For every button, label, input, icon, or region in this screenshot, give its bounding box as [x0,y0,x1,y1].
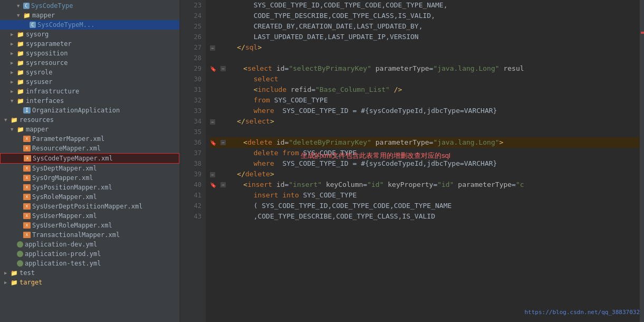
code-text: ,CODE_TYPE_DESCRIBE,CODE_TYPE_CLASS,IS_V… [220,211,435,222]
code-text: CODE_TYPE_DESCRIBE,CODE_TYPE_CLASS,IS_VA… [220,11,435,21]
arrow-icon [11,41,17,46]
sidebar-item-interfaces[interactable]: 📁 interfaces [0,96,179,106]
line-num-38: 38 [179,158,201,169]
sidebar-item-organizationapp[interactable]: I OrganizationApplication [0,106,179,115]
line-num-31: 31 [179,84,201,95]
bookmark-icon-36: 🔖 [210,138,217,145]
sidebar-item-sysdeptmapper[interactable]: x SysDeptMapper.xml [0,164,179,173]
xml-icon: x [23,184,31,191]
code-text: </delete> [220,169,274,179]
bookmark-icon-40: 🔖 [210,180,217,187]
sidebar-item-label: mapper [26,126,49,133]
sidebar-item-sysposition[interactable]: 📁 sysposition [0,49,179,58]
sidebar-item-label: sysrole [26,69,53,76]
sidebar-item-apptest[interactable]: application-test.yml [0,259,179,268]
sidebar-item-transactionalmapper[interactable]: x TransactionalMapper.xml [0,230,179,240]
sidebar-item-sysrole[interactable]: 📁 sysrole [0,68,179,77]
arrow-icon [4,280,11,285]
sidebar-item-sysuserdeptpositionmapper[interactable]: x SysUserDeptPositionMapper.xml [0,202,179,211]
line-num-25: 25 [179,21,201,32]
folder-icon: 📁 [17,69,24,75]
folder-icon: 📁 [17,88,24,94]
fold-button[interactable]: − [210,45,215,51]
sidebar-item-label: interfaces [26,97,64,105]
sidebar-item-sysparameter[interactable]: 📁 sysparameter [0,39,179,49]
sidebar-item-infrastructure[interactable]: 📁 infrastructure [0,87,179,96]
sidebar-item-sysuser[interactable]: 📁 sysuser [0,77,179,87]
folder-icon: 📁 [17,79,24,85]
code-line-38: where SYS_CODE_TYPE_ID = #{sysCodeTypeId… [210,158,640,169]
sidebar-item-sysusermapper[interactable]: x SysUserMapper.xml [0,211,179,221]
arrow-icon [4,117,11,122]
xml-icon: x [23,175,31,181]
sidebar-item-label: sysuser [26,78,53,86]
sidebar-item-target[interactable]: 📁 target [0,278,179,287]
fold-button-36[interactable]: − [220,140,226,145]
code-line-30: select [210,74,640,84]
fold-button-29[interactable]: − [220,66,226,71]
sidebar-item-appprod[interactable]: application-prod.yml [0,249,179,259]
gutter-marker [641,32,644,34]
xml-icon: x [23,145,31,151]
fold-button-40[interactable]: − [220,182,226,187]
code-text: SYS_CODE_TYPE_ID,CODE_TYPE_CODE,CODE_TYP… [220,0,447,11]
xml-icon: x [23,222,31,229]
sidebar-item-label: ParameterMapper.xml [32,135,104,143]
arrow-icon [11,98,17,103]
sidebar-item-sysorg[interactable]: 📁 sysorg [0,30,179,39]
sidebar-item-mapper-res[interactable]: 📁 mapper [0,125,179,134]
sidebar-item-label: infrastructure [26,88,79,95]
sidebar-item-sysuserrolemapper[interactable]: x SysUserRoleMapper.xml [0,221,179,230]
sidebar-item-parametermapper[interactable]: x ParameterMapper.xml [0,134,179,144]
code-line-32: from SYS_CODE_TYPE [210,95,640,106]
fold-button-39[interactable]: − [210,172,215,177]
sidebar-item-label: target [20,279,42,286]
code-line-36: 🔖 − <delete id="deleteByPrimaryKey" para… [210,137,640,148]
code-line-27: − </sql> [210,42,640,53]
arrow-icon [4,270,11,276]
sidebar-item-sysorgmapper[interactable]: x SysOrgMapper.xml [0,173,179,183]
bottom-link[interactable]: https://blog.csdn.net/qq_38837032 [524,309,640,316]
code-text: ( SYS_CODE_TYPE_ID,CODE_TYPE_CODE,CODE_T… [220,201,451,211]
sidebar-item-label: OrganizationApplication [32,107,120,114]
folder-icon: 📁 [17,98,24,104]
bookmark-icon: 🔖 [210,64,217,71]
line-num-34: 34 [179,116,201,127]
line-num-30: 30 [179,74,201,84]
sidebar-item-sysresource[interactable]: 📁 sysresource [0,58,179,68]
code-line-42: ( SYS_CODE_TYPE_ID,CODE_TYPE_CODE,CODE_T… [210,201,640,211]
sidebar-item-syscodetypemapper-xml[interactable]: x SysCodeTypeMapper.xml [0,153,179,164]
line-num-35: 35 [179,127,201,137]
sidebar-item-test[interactable]: 📁 test [0,268,179,278]
code-editor: 23 24 25 26 27 28 29 30 31 32 33 34 35 3… [179,0,644,322]
interface-icon: I [23,107,31,113]
line-num-24: 24 [179,11,201,21]
sidebar-item-label: application-prod.yml [25,250,101,258]
arrow-icon [11,60,17,65]
line-num-43: 43 [179,211,201,222]
sidebar-item-label: SysCodeTypeMapper.xml [33,155,113,162]
code-text: where SYS_CODE_TYPE_ID = #{sysCodeTypeId… [220,158,497,169]
arrow-icon [11,32,17,37]
arrow-icon [11,79,17,84]
sidebar-item-mapper-folder[interactable]: 📁 mapper [0,11,179,20]
code-line-24: CODE_TYPE_DESCRIBE,CODE_TYPE_CLASS,IS_VA… [210,11,640,21]
fold-button-34[interactable]: − [210,119,215,125]
code-text: </select> [220,116,274,127]
sidebar-item-syscodetype[interactable]: SysCodeType [0,1,179,11]
arrow-icon [11,70,17,75]
file-tree-sidebar[interactable]: SysCodeType 📁 mapper SysCodeTypeM... 📁 s… [0,0,179,322]
sidebar-item-appdev[interactable]: application-dev.yml [0,240,179,249]
sidebar-item-label: resources [20,116,54,124]
line-num-32: 32 [179,95,201,106]
code-line-35 [210,127,640,137]
sidebar-item-resourcemapper[interactable]: x ResourceMapper.xml [0,144,179,153]
sidebar-item-label: sysorg [26,31,49,38]
code-text: insert into SYS_CODE_TYPE [220,190,357,201]
sidebar-item-sysrolemapper[interactable]: x SysRoleMapper.xml [0,192,179,202]
xml-icon: x [23,232,31,238]
scrollbar-gutter[interactable] [640,0,644,322]
sidebar-item-resources[interactable]: 📁 resources [0,115,179,125]
sidebar-item-syspositionmapper[interactable]: x SysPositionMapper.xml [0,183,179,192]
sidebar-item-syscodetypemapper[interactable]: SysCodeTypeM... [0,20,179,30]
